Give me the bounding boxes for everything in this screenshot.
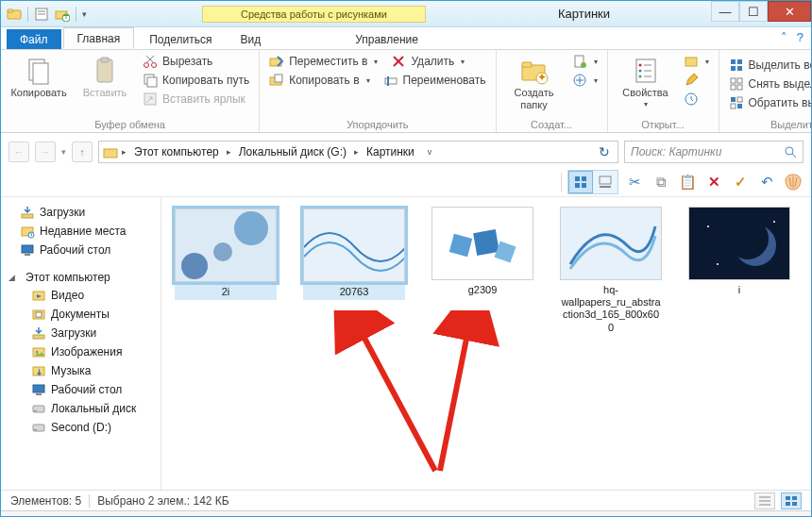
svg-rect-9 bbox=[33, 63, 48, 84]
file-thumb[interactable]: 2i bbox=[175, 207, 277, 300]
search-input[interactable]: Поиск: Картинки bbox=[624, 141, 804, 163]
history-button[interactable] bbox=[684, 92, 709, 107]
new-item-icon bbox=[572, 54, 587, 69]
tb-paste-icon[interactable]: 📋 bbox=[677, 172, 698, 192]
addr-dropdown-icon[interactable]: v bbox=[428, 147, 432, 157]
file-thumb[interactable]: hq-wallpapers_ru_abstraction3d_165_800x6… bbox=[560, 207, 662, 334]
tree-item-downloads[interactable]: Загрузки bbox=[5, 203, 157, 222]
tb-check-icon[interactable]: ✓ bbox=[730, 172, 751, 192]
tree-item-pictures[interactable]: Изображения bbox=[5, 342, 157, 361]
easy-access-button[interactable]: ▾ bbox=[572, 73, 598, 88]
svg-point-55 bbox=[786, 147, 793, 155]
details-view-icon[interactable] bbox=[754, 492, 775, 509]
tree-computer-header[interactable]: ◢ Этот компьютер bbox=[5, 269, 157, 286]
disk-icon bbox=[31, 420, 46, 435]
invert-selection-button[interactable]: Обратить выделение bbox=[729, 95, 812, 110]
tb-undo-icon[interactable]: ↶ bbox=[756, 172, 777, 192]
tab-home[interactable]: Главная bbox=[63, 27, 135, 49]
paste-button[interactable]: Вставить bbox=[76, 54, 133, 101]
preview-view-button[interactable] bbox=[593, 171, 617, 193]
tree-item-music[interactable]: Музыка bbox=[5, 361, 157, 380]
tree-item-disk[interactable]: Second (D:) bbox=[5, 418, 157, 437]
select-all-button[interactable]: Выделить все bbox=[729, 58, 812, 73]
window-title: Картинки bbox=[558, 7, 610, 21]
open-button[interactable]: ▾ bbox=[684, 54, 709, 69]
file-thumb[interactable]: i bbox=[688, 207, 790, 296]
edit-button[interactable] bbox=[684, 73, 709, 88]
tree-item-recent[interactable]: Недавние места bbox=[5, 222, 157, 241]
expand-icon[interactable]: ◢ bbox=[8, 273, 18, 282]
svg-rect-75 bbox=[36, 312, 42, 317]
tb-copy-icon[interactable]: ⧉ bbox=[651, 172, 671, 192]
qat-dropdown-icon[interactable]: ▾ bbox=[82, 9, 87, 19]
recent-icon bbox=[20, 224, 35, 239]
minimize-button[interactable]: — bbox=[711, 1, 739, 22]
new-item-button[interactable]: ▾ bbox=[572, 54, 598, 69]
tree-item-disk[interactable]: Локальный диск bbox=[5, 399, 157, 418]
tab-file[interactable]: Файл bbox=[7, 29, 61, 49]
tb-delete-icon[interactable]: ✕ bbox=[703, 172, 724, 192]
new-folder-button[interactable]: ✦ Создать папку bbox=[506, 54, 563, 112]
tree-item-video[interactable]: Видео bbox=[5, 286, 157, 305]
cut-button[interactable]: Вырезать bbox=[143, 54, 249, 69]
chevron-right-icon[interactable]: ▸ bbox=[354, 147, 359, 157]
svg-rect-61 bbox=[600, 176, 611, 184]
thumbnails-view-button[interactable] bbox=[568, 171, 593, 193]
svg-rect-57 bbox=[575, 176, 580, 181]
select-none-button[interactable]: Снять выделение bbox=[729, 76, 812, 92]
crumb-folder[interactable]: Картинки bbox=[363, 145, 418, 158]
copy-label: Копировать bbox=[10, 87, 66, 99]
address-bar[interactable]: ▸ Этот компьютер ▸ Локальный диск (G:) ▸… bbox=[98, 141, 618, 163]
delete-button[interactable]: Удалить▾ bbox=[391, 54, 465, 69]
properties-icon[interactable] bbox=[34, 7, 49, 22]
file-thumb[interactable]: 20763 bbox=[303, 207, 405, 300]
up-button[interactable]: ↑ bbox=[72, 142, 93, 162]
forward-button[interactable]: → bbox=[35, 142, 56, 162]
paste-shortcut-button[interactable]: Вставить ярлык bbox=[143, 92, 249, 107]
new-folder-icon[interactable]: + bbox=[55, 7, 70, 22]
chevron-right-icon[interactable]: ▸ bbox=[227, 147, 231, 157]
desktop-icon bbox=[31, 382, 46, 397]
qat-separator bbox=[27, 7, 28, 22]
file-name: i bbox=[738, 284, 740, 296]
copy-button[interactable]: Копировать bbox=[10, 54, 67, 101]
maximize-button[interactable]: ☐ bbox=[739, 1, 768, 22]
tree-item-documents[interactable]: Документы bbox=[5, 305, 157, 324]
refresh-icon[interactable]: ↻ bbox=[595, 144, 614, 159]
crumb-drive[interactable]: Локальный диск (G:) bbox=[235, 145, 350, 158]
crumb-computer[interactable]: Этот компьютер bbox=[130, 145, 223, 158]
tb-cut-icon[interactable]: ✂ bbox=[624, 172, 645, 192]
copy-to-button[interactable]: Копировать в▾ bbox=[269, 73, 369, 88]
svg-rect-109 bbox=[786, 502, 790, 506]
tb-shell-icon[interactable] bbox=[783, 172, 804, 192]
recent-locations-icon[interactable]: ▾ bbox=[61, 147, 66, 157]
svg-line-102 bbox=[360, 329, 435, 471]
new-folder-icon: ✦ bbox=[519, 56, 550, 86]
tab-manage[interactable]: Управление bbox=[342, 29, 431, 49]
select-all-icon bbox=[729, 58, 744, 73]
file-thumb[interactable]: g2309 bbox=[431, 207, 533, 296]
back-button[interactable]: ← bbox=[8, 142, 29, 162]
thumb-view-icon[interactable] bbox=[781, 492, 802, 509]
copy-path-button[interactable]: Копировать путь bbox=[143, 73, 249, 88]
svg-rect-11 bbox=[101, 58, 109, 62]
help-icon[interactable]: ? bbox=[797, 30, 804, 44]
title-bar: + ▾ Средства работы с рисунками Картинки… bbox=[1, 1, 811, 27]
svg-point-98 bbox=[727, 218, 769, 259]
file-name: 2i bbox=[222, 286, 230, 298]
tree-item-desktop[interactable]: Рабочий стол bbox=[5, 380, 157, 399]
chevron-right-icon[interactable]: ▸ bbox=[122, 147, 127, 157]
rename-button[interactable]: Переименовать bbox=[383, 73, 486, 88]
properties-button[interactable]: Свойства ▾ bbox=[617, 54, 674, 110]
svg-rect-27 bbox=[522, 62, 532, 67]
move-to-button[interactable]: Переместить в▾ bbox=[269, 54, 378, 69]
tab-view[interactable]: Вид bbox=[227, 29, 274, 49]
svg-point-101 bbox=[717, 263, 719, 265]
file-grid[interactable]: 2i20763g2309hq-wallpapers_ru_abstraction… bbox=[161, 197, 811, 490]
tab-share[interactable]: Поделиться bbox=[136, 29, 225, 49]
minimize-ribbon-icon[interactable]: ˄ bbox=[781, 30, 787, 44]
tree-item-downloads[interactable]: Загрузки bbox=[5, 324, 157, 342]
context-tab-title: Средства работы с рисунками bbox=[202, 6, 426, 23]
close-button[interactable]: ✕ bbox=[768, 1, 811, 22]
tree-item-desktop[interactable]: Рабочий стол bbox=[5, 241, 157, 259]
